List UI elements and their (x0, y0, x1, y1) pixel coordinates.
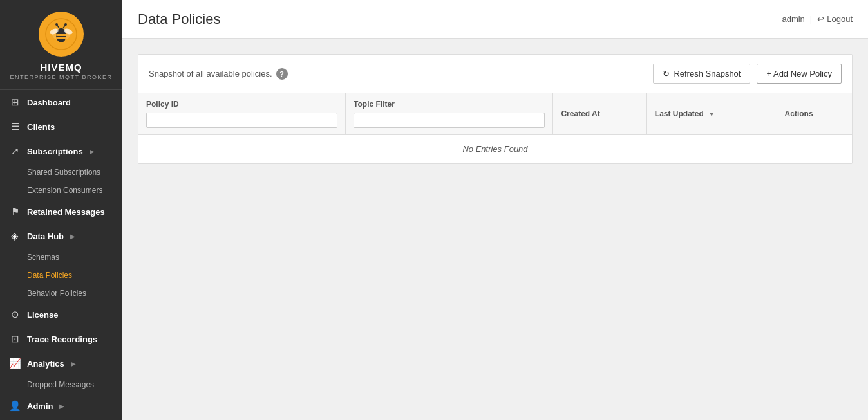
refresh-icon: ↻ (663, 69, 670, 78)
extension-consumers-label: Extension Consumers (27, 186, 102, 195)
sidebar: HIVEMQ ENTERPRISE MQTT BROKER ⊞ Dashboar… (0, 0, 122, 420)
sidebar-item-admin-label: Admin (27, 401, 53, 411)
analytics-expand-icon: ▶ (71, 360, 76, 367)
help-icon[interactable]: ? (276, 68, 288, 80)
sidebar-item-dashboard[interactable]: ⊞ Dashboard (0, 90, 122, 114)
snapshot-label: Snapshot of all available policies. ? (149, 68, 288, 80)
col-topic-filter-label: Topic Filter (354, 100, 395, 109)
sidebar-item-dropped-messages[interactable]: Dropped Messages (0, 376, 122, 394)
add-new-policy-button[interactable]: + Add New Policy (757, 64, 842, 84)
toolbar-buttons: ↻ Refresh Snapshot + Add New Policy (653, 64, 842, 84)
sidebar-item-behavior-policies[interactable]: Behavior Policies (0, 284, 122, 302)
panel-toolbar: Snapshot of all available policies. ? ↻ … (138, 55, 852, 93)
trace-recordings-icon: ⊡ (9, 333, 21, 345)
add-new-label: + Add New Policy (766, 69, 832, 78)
data-policies-table: Policy ID Topic Filter Created At Last U… (138, 93, 852, 163)
topic-filter-input[interactable] (354, 113, 545, 128)
sidebar-item-dashboard-label: Dashboard (27, 98, 71, 107)
snapshot-text: Snapshot of all available policies. (149, 69, 272, 78)
behavior-policies-label: Behavior Policies (27, 289, 86, 298)
dashboard-icon: ⊞ (9, 96, 21, 108)
svg-point-10 (55, 23, 58, 26)
page-title: Data Policies (138, 11, 220, 28)
admin-icon: 👤 (9, 400, 21, 412)
clients-icon: ☰ (9, 121, 21, 132)
sidebar-item-admin[interactable]: 👤 Admin ▶ (0, 394, 122, 418)
subscriptions-icon: ↗ (9, 145, 21, 157)
col-created-at-label: Created At (561, 109, 599, 118)
sidebar-item-license-label: License (27, 310, 58, 320)
col-policy-id: Policy ID (138, 93, 346, 135)
last-updated-sort-icon: ▼ (708, 111, 715, 118)
data-policies-panel: Snapshot of all available policies. ? ↻ … (138, 54, 853, 164)
col-actions-label: Actions (785, 109, 813, 118)
logo-icon (39, 12, 84, 57)
sidebar-item-analytics[interactable]: 📈 Analytics ▶ (0, 351, 122, 376)
sidebar-item-shared-subscriptions[interactable]: Shared Subscriptions (0, 163, 122, 181)
table-header-row: Policy ID Topic Filter Created At Last U… (138, 93, 852, 135)
main-content: Data Policies admin | ↩ Logout Snapshot … (122, 0, 868, 420)
retained-messages-icon: ⚑ (9, 206, 21, 217)
sidebar-item-data-hub-label: Data Hub (27, 232, 64, 241)
sidebar-item-retained-messages-label: Retained Messages (27, 207, 105, 217)
sidebar-item-extension-consumers[interactable]: Extension Consumers (0, 181, 122, 199)
sidebar-item-trace-recordings-label: Trace Recordings (27, 334, 97, 344)
schemas-label: Schemas (27, 253, 59, 262)
svg-rect-4 (56, 34, 66, 36)
content-area: Snapshot of all available policies. ? ↻ … (122, 39, 868, 420)
logout-link[interactable]: ↩ Logout (817, 14, 853, 24)
user-area: admin | ↩ Logout (782, 14, 853, 24)
logout-label: Logout (827, 14, 853, 24)
admin-expand-icon: ▶ (59, 403, 64, 410)
sidebar-item-retained-messages[interactable]: ⚑ Retained Messages (0, 199, 122, 224)
col-last-updated-label: Last Updated (655, 109, 704, 118)
sidebar-item-subscriptions[interactable]: ↗ Subscriptions ▶ (0, 139, 122, 163)
license-icon: ⊙ (9, 309, 21, 320)
no-entries-row: No Entries Found (138, 135, 852, 163)
policy-id-filter-input[interactable] (146, 113, 337, 128)
col-actions: Actions (777, 93, 852, 135)
sidebar-item-analytics-label: Analytics (27, 359, 64, 369)
svg-point-11 (64, 23, 67, 26)
topbar: Data Policies admin | ↩ Logout (122, 0, 868, 39)
data-policies-label: Data Policies (27, 271, 72, 280)
no-entries-cell: No Entries Found (138, 135, 852, 163)
sidebar-item-subscriptions-label: Subscriptions (27, 147, 83, 156)
col-policy-id-label: Policy ID (146, 100, 179, 109)
col-last-updated[interactable]: Last Updated ▼ (646, 93, 777, 135)
data-hub-expand-icon: ▶ (70, 233, 75, 240)
sidebar-item-license[interactable]: ⊙ License (0, 302, 122, 327)
sidebar-item-data-hub[interactable]: ◈ Data Hub ▶ (0, 224, 122, 248)
col-topic-filter: Topic Filter (346, 93, 553, 135)
shared-subscriptions-label: Shared Subscriptions (27, 168, 100, 177)
logo-area: HIVEMQ ENTERPRISE MQTT BROKER (0, 0, 122, 90)
svg-rect-5 (56, 37, 66, 39)
refresh-label: Refresh Snapshot (674, 69, 741, 78)
brand-subtitle: ENTERPRISE MQTT BROKER (10, 74, 113, 80)
logout-arrow-icon: ↩ (817, 14, 824, 24)
dropped-messages-label: Dropped Messages (27, 380, 94, 389)
sidebar-item-trace-recordings[interactable]: ⊡ Trace Recordings (0, 327, 122, 351)
sidebar-item-schemas[interactable]: Schemas (0, 248, 122, 266)
data-hub-icon: ◈ (9, 230, 21, 242)
refresh-snapshot-button[interactable]: ↻ Refresh Snapshot (653, 64, 750, 84)
sidebar-item-data-policies[interactable]: Data Policies (0, 266, 122, 284)
sidebar-item-clients[interactable]: ☰ Clients (0, 114, 122, 139)
sidebar-item-clients-label: Clients (27, 122, 55, 132)
brand-name: HIVEMQ (40, 62, 82, 73)
subscriptions-expand-icon: ▶ (90, 148, 95, 155)
username: admin (782, 14, 804, 24)
separator: | (810, 14, 812, 24)
col-created-at: Created At (553, 93, 646, 135)
analytics-icon: 📈 (9, 358, 21, 369)
